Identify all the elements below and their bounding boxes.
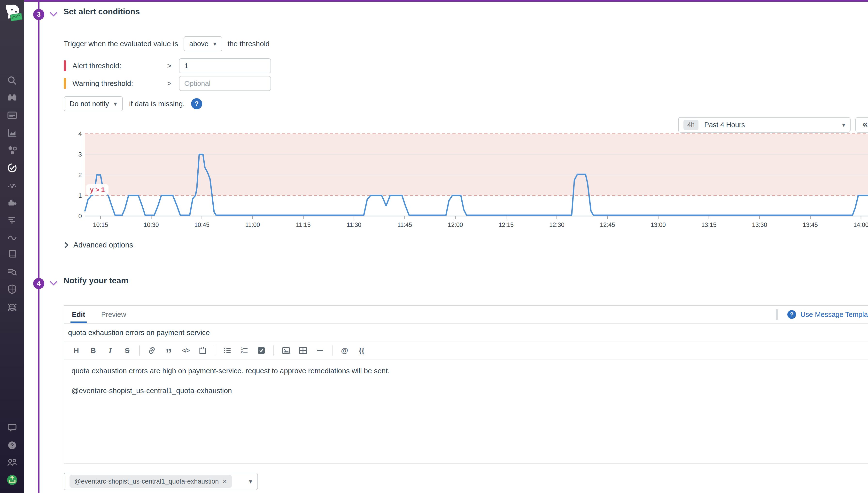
link-icon[interactable] [147, 345, 157, 356]
template-link-label: Use Message Template Va [801, 310, 868, 319]
message-template-variables-link[interactable]: ? Use Message Template Va [776, 306, 868, 323]
remove-tag-icon[interactable]: × [223, 477, 227, 486]
missing-data-label: if data is missing. [129, 100, 185, 108]
chevron-down-icon[interactable] [49, 11, 58, 18]
watchdog-icon[interactable] [0, 92, 24, 103]
alert-threshold-label: Alert threshold: [73, 62, 160, 70]
svg-text:1: 1 [79, 192, 82, 199]
security-icon[interactable] [0, 283, 24, 295]
synthetics-gauge-icon[interactable] [0, 179, 24, 191]
help-icon: ? [787, 310, 796, 319]
quote-icon[interactable]: ” [164, 343, 174, 359]
message-mention-line: @eventarc-shopist_us-central1_quota-exha… [72, 387, 861, 395]
time-range-select[interactable]: 4h Past 4 Hours ▾ [678, 117, 851, 133]
svg-text:13:30: 13:30 [752, 221, 767, 228]
italic-icon[interactable]: I [105, 345, 115, 356]
warning-threshold-input[interactable] [179, 76, 271, 91]
network-icon[interactable] [0, 302, 24, 313]
search-icon[interactable] [0, 75, 24, 86]
metrics-icon[interactable] [0, 127, 24, 138]
horizontal-rule-icon[interactable] [315, 345, 325, 356]
log-explorer-icon[interactable] [0, 266, 24, 277]
template-variable-icon[interactable]: {{ [357, 345, 366, 356]
task-list-icon[interactable] [257, 345, 266, 356]
help-glyph: ? [11, 442, 14, 449]
svg-text:13:00: 13:00 [650, 221, 666, 228]
notebooks-icon[interactable] [0, 249, 24, 260]
svg-text:10:30: 10:30 [144, 221, 159, 228]
caret-down-icon: ▾ [114, 100, 117, 108]
message-body-textarea[interactable]: quota exhaustion errors are high on paym… [64, 360, 868, 398]
users-icon[interactable] [0, 457, 24, 468]
tab-edit[interactable]: Edit [72, 306, 85, 323]
warning-threshold-color-bar [64, 78, 66, 89]
svg-text:11:00: 11:00 [245, 221, 260, 228]
pipelines-filter-icon[interactable] [0, 214, 24, 226]
mention-icon[interactable]: @ [340, 345, 349, 356]
svg-text:12:30: 12:30 [549, 221, 565, 228]
svg-text:14:00: 14:00 [853, 221, 868, 228]
chart-canvas: 10:1510:3010:4511:0011:1511:3011:4512:00… [73, 131, 868, 230]
svg-text:10:45: 10:45 [194, 221, 209, 228]
account-avatar[interactable] [0, 474, 24, 486]
advanced-options-toggle[interactable]: Advanced options [64, 241, 133, 250]
tab-preview[interactable]: Preview [101, 306, 126, 323]
time-range-badge: 4h [684, 120, 699, 130]
help-tooltip-icon[interactable]: ? [191, 98, 202, 109]
monitor-title-input[interactable]: quota exhaustion errors on payment-servi… [64, 324, 868, 342]
svg-text:11:30: 11:30 [347, 221, 361, 228]
editor-tab-bar: Edit Preview ? Use Message Template Va [64, 306, 868, 324]
alert-threshold-color-bar [64, 60, 66, 71]
infrastructure-icon[interactable] [0, 145, 24, 156]
svg-text:0: 0 [79, 212, 82, 220]
svg-text:13:15: 13:15 [701, 221, 716, 228]
trigger-operator-select[interactable]: above ▾ [184, 36, 222, 51]
missing-data-select[interactable]: Do not notify ▾ [64, 96, 123, 111]
code-icon[interactable]: </> [181, 345, 190, 356]
trigger-prefix-label: Trigger when the evaluated value is [64, 40, 178, 48]
divider [215, 345, 215, 356]
message-line: quota exhaustion errors are high on paym… [72, 367, 861, 375]
bold-icon[interactable]: B [88, 345, 98, 356]
divider [274, 345, 274, 356]
heading-icon[interactable]: H [72, 345, 81, 356]
apm-traces-icon[interactable] [0, 232, 24, 243]
trigger-operator-value: above [189, 40, 208, 48]
code-block-icon[interactable] [198, 345, 207, 356]
help-icon[interactable]: ? [0, 440, 24, 451]
numbered-list-icon[interactable]: 12 [240, 345, 249, 356]
collapse-panel-button[interactable]: « [855, 117, 868, 133]
svg-text:3: 3 [79, 151, 82, 158]
monitors-icon[interactable] [0, 162, 24, 174]
svg-text:2: 2 [241, 350, 243, 354]
svg-text:2: 2 [79, 171, 82, 178]
svg-text:y > 1: y > 1 [90, 186, 105, 194]
strikethrough-icon[interactable]: S [122, 345, 132, 356]
svg-text:13:45: 13:45 [803, 221, 818, 228]
markdown-toolbar: H B I S ” </> 12 @ [64, 342, 868, 360]
chevron-right-icon [64, 241, 69, 249]
caret-down-icon: ▾ [842, 121, 845, 129]
recipient-tag-label: @eventarc-shopist_us-central1_quota-exha… [74, 478, 219, 485]
chat-icon[interactable] [0, 422, 24, 433]
svg-text:11:45: 11:45 [398, 221, 412, 228]
svg-text:4: 4 [79, 131, 82, 137]
caret-down-icon: ▾ [214, 40, 217, 48]
alert-threshold-input[interactable] [179, 58, 271, 73]
warning-threshold-operator: > [160, 79, 179, 88]
step-rail [38, 2, 39, 493]
section-title-alert-conditions: Set alert conditions [63, 7, 140, 16]
image-icon[interactable] [281, 345, 291, 356]
advanced-options-label: Advanced options [74, 241, 133, 250]
svg-text:12:45: 12:45 [600, 221, 615, 228]
integrations-puzzle-icon[interactable] [0, 197, 24, 208]
svg-text:12:15: 12:15 [499, 221, 514, 228]
app-sidebar: ? [0, 0, 24, 493]
datadog-logo[interactable] [1, 1, 23, 24]
time-range-label: Past 4 Hours [704, 121, 836, 129]
bullet-list-icon[interactable] [223, 345, 232, 356]
dashboards-icon[interactable] [0, 110, 24, 121]
notification-recipients-select[interactable]: @eventarc-shopist_us-central1_quota-exha… [64, 473, 258, 490]
table-icon[interactable] [298, 345, 308, 356]
chevron-down-icon[interactable] [49, 280, 58, 287]
